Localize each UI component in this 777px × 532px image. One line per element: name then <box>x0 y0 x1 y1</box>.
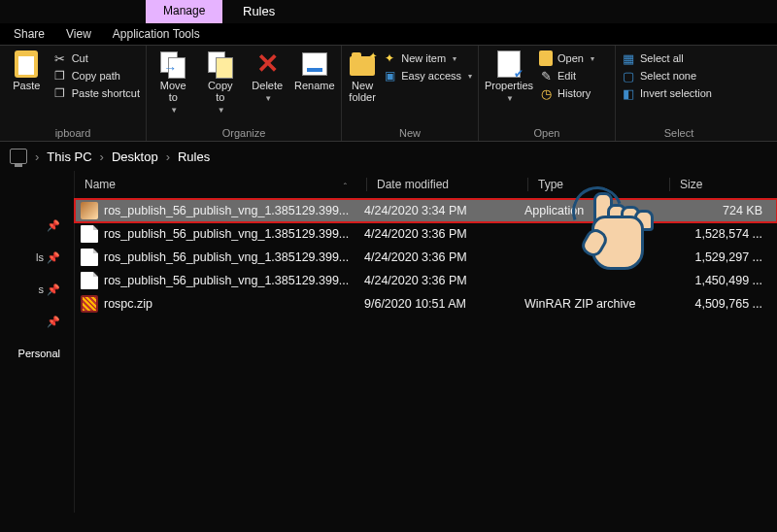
select-none-icon <box>622 69 635 83</box>
file-row[interactable]: rospc.zip 9/6/2020 10:51 AM WinRAR ZIP a… <box>75 292 777 316</box>
history-label: History <box>557 87 591 99</box>
group-organize-label: Organize <box>147 127 341 141</box>
file-row[interactable]: ros_publish_56_publish_vng_1.385129.399.… <box>75 246 777 269</box>
invert-selection-label: Invert selection <box>640 87 712 99</box>
nav-sidebar: 📌 ls 📌 s 📌 📌 Personal <box>0 171 75 513</box>
file-date: 4/24/2020 3:36 PM <box>355 227 515 241</box>
file-date: 4/24/2020 3:36 PM <box>355 274 515 287</box>
file-date: 4/24/2020 3:36 PM <box>355 250 515 264</box>
file-name: ros_publish_56_publish_vng_1.385129.399.… <box>104 274 355 287</box>
select-all-icon <box>622 51 635 65</box>
column-header-type[interactable]: Type <box>527 178 669 191</box>
menu-share[interactable]: Share <box>14 27 45 41</box>
file-date: 4/24/2020 3:34 PM <box>355 204 515 217</box>
open-button[interactable]: Open▾ <box>539 51 594 65</box>
easy-access-label: Easy access <box>401 70 461 82</box>
file-row[interactable]: ros_publish_56_publish_vng_1.385129.399.… <box>75 269 777 292</box>
group-open-label: Open <box>479 127 615 141</box>
new-folder-icon <box>350 56 375 76</box>
paste-label: Paste <box>13 80 40 91</box>
select-all-button[interactable]: Select all <box>622 51 712 65</box>
edit-button[interactable]: Edit <box>539 69 594 83</box>
pin-icon: 📌 <box>47 219 60 232</box>
edit-label: Edit <box>557 70 576 82</box>
file-date: 9/6/2020 10:51 AM <box>355 297 515 311</box>
paste-shortcut-button[interactable]: Paste shortcut <box>53 86 140 100</box>
application-icon <box>81 202 98 219</box>
menu-view[interactable]: View <box>66 27 91 41</box>
file-icon <box>81 225 98 243</box>
paste-shortcut-icon <box>53 86 67 100</box>
group-new-label: New <box>342 127 478 141</box>
history-button[interactable]: History <box>539 86 594 100</box>
edit-icon <box>539 69 553 83</box>
move-to-icon: → <box>160 51 186 77</box>
column-header-date[interactable]: Date modified <box>366 178 527 191</box>
delete-button[interactable]: ✕ Delete▼ <box>247 50 288 103</box>
paste-shortcut-label: Paste shortcut <box>72 87 140 99</box>
file-size: 1,528,574 ... <box>656 227 762 241</box>
tab-manage[interactable]: Manage <box>146 0 222 23</box>
column-header-name[interactable]: Name <box>75 178 366 191</box>
breadcrumb-rules[interactable]: Rules <box>178 150 210 164</box>
cut-label: Cut <box>72 52 88 64</box>
new-folder-button[interactable]: New folder <box>348 50 377 103</box>
new-item-icon <box>383 51 396 65</box>
easy-access-icon <box>383 69 396 83</box>
new-item-label: New item <box>401 52 446 64</box>
sidebar-item[interactable]: s 📌 <box>38 283 60 296</box>
invert-selection-icon <box>622 86 635 100</box>
sidebar-item[interactable]: ls 📌 <box>36 251 60 264</box>
column-header-size[interactable]: Size <box>669 178 777 191</box>
copy-to-label: Copy to <box>208 80 233 103</box>
file-icon <box>81 272 98 289</box>
file-name: ros_publish_56_publish_vng_1.385129.399.… <box>104 250 355 264</box>
cut-button[interactable]: Cut <box>53 51 140 65</box>
file-icon <box>81 249 98 266</box>
chevron-right-icon: › <box>35 150 39 164</box>
select-all-label: Select all <box>640 52 684 64</box>
breadcrumb-desktop[interactable]: Desktop <box>112 150 158 164</box>
sidebar-item-personal[interactable]: Personal <box>18 348 60 359</box>
window-title: Rules <box>243 4 275 18</box>
rename-icon <box>302 52 327 76</box>
breadcrumb-this-pc[interactable]: This PC <box>47 150 91 164</box>
file-row[interactable]: ros_publish_56_publish_vng_1.385129.399.… <box>75 222 777 246</box>
select-none-button[interactable]: Select none <box>622 69 712 83</box>
file-name: ros_publish_56_publish_vng_1.385129.399.… <box>104 204 355 217</box>
archive-icon <box>81 295 98 313</box>
file-name: rospc.zip <box>104 297 355 311</box>
new-folder-label: New folder <box>349 80 376 103</box>
delete-label: Delete <box>252 80 283 91</box>
copy-path-button[interactable]: Copy path <box>53 69 140 83</box>
open-label: Open <box>557 52 584 64</box>
file-type: WinRAR ZIP archive <box>515 297 656 311</box>
history-icon <box>539 86 553 100</box>
group-select-label: Select <box>616 127 742 141</box>
new-item-button[interactable]: New item▾ <box>383 51 472 65</box>
properties-icon <box>497 50 521 78</box>
copy-path-label: Copy path <box>72 70 120 82</box>
open-icon <box>539 50 553 66</box>
file-size: 1,529,297 ... <box>656 250 762 264</box>
delete-icon: ✕ <box>256 53 279 75</box>
properties-button[interactable]: Properties▼ <box>485 50 533 103</box>
file-size: 4,509,765 ... <box>656 297 762 311</box>
pc-icon <box>10 149 27 164</box>
move-to-button[interactable]: → Move to▼ <box>152 50 194 115</box>
chevron-right-icon: › <box>100 150 104 164</box>
pin-icon: 📌 <box>47 316 60 328</box>
easy-access-button[interactable]: Easy access▾ <box>383 69 472 83</box>
rename-label: Rename <box>294 80 335 91</box>
copy-to-button[interactable]: Copy to▼ <box>200 50 242 115</box>
file-type: Application <box>515 204 656 217</box>
file-row[interactable]: ros_publish_56_publish_vng_1.385129.399.… <box>75 199 777 222</box>
file-name: ros_publish_56_publish_vng_1.385129.399.… <box>104 227 355 241</box>
rename-button[interactable]: Rename <box>294 50 336 91</box>
paste-button[interactable]: Paste <box>6 50 48 91</box>
select-none-label: Select none <box>640 70 696 82</box>
paste-icon <box>15 50 38 78</box>
invert-selection-button[interactable]: Invert selection <box>622 86 712 100</box>
breadcrumb[interactable]: › This PC › Desktop › Rules <box>0 142 777 171</box>
menu-application-tools[interactable]: Application Tools <box>113 27 200 41</box>
